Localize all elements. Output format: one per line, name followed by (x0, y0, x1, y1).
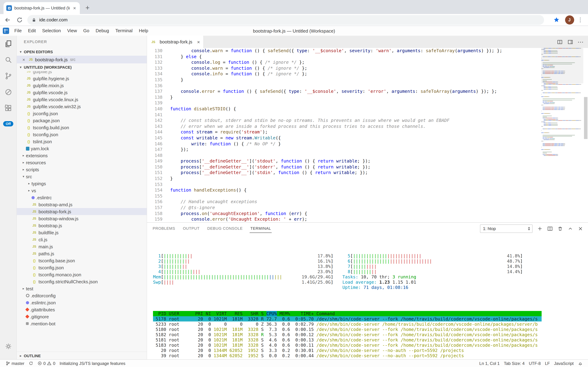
code-line[interactable]: }); (170, 147, 541, 152)
editor-tab[interactable]: JS bootstrap-fork.js × (147, 36, 204, 48)
problems-indicator[interactable]: 0 0 (35, 361, 58, 366)
code-line[interactable]: } (170, 95, 541, 100)
scrollbar-thumb[interactable] (584, 97, 587, 139)
notifications-bell[interactable] (576, 361, 585, 366)
tree-item[interactable]: ▸vs (17, 187, 147, 194)
tree-item[interactable]: JSpaths.js (17, 250, 147, 257)
address-bar[interactable]: ide.coder.com (27, 15, 544, 25)
tree-item[interactable]: {}tsconfig.base.json (17, 257, 147, 264)
tree-item[interactable]: .eslintrc (17, 194, 147, 201)
code-line[interactable] (170, 112, 541, 118)
explorer-icon[interactable] (0, 36, 17, 52)
close-icon[interactable]: × (22, 57, 28, 62)
maximize-panel-icon[interactable] (567, 226, 573, 231)
code-line[interactable]: function disableSTDIO() { (170, 106, 541, 112)
code-line[interactable]: process['__defineGetter__']('stderr', fu… (170, 164, 541, 170)
tree-item[interactable]: JSbootstrap-fork.js (17, 208, 147, 215)
code-line[interactable]: } (170, 77, 541, 83)
tree-item[interactable]: ▾src (17, 173, 147, 180)
menu-view[interactable]: View (64, 26, 80, 36)
tree-item[interactable]: JSbootstrap.js (17, 222, 147, 229)
tree-item[interactable]: {}tsconfig.monaco.json (17, 271, 147, 278)
open-editors-header[interactable]: ▾ OPEN EDITORS (17, 48, 147, 56)
process-row[interactable]: 39 root 20 0 1344M 62052 1952 S 0.0 0.2 … (153, 353, 542, 358)
new-tab-button[interactable]: + (83, 3, 92, 13)
process-row[interactable]: 5182 root 20 0 1021M 181M 3328 R 5.3 0.6… (153, 332, 542, 337)
tree-item[interactable]: ▸typings (17, 180, 147, 187)
split-editor-icon[interactable] (567, 39, 573, 45)
code-line[interactable]: } (170, 176, 541, 182)
tree-item[interactable]: JSgulpfile.vscode.js (17, 89, 147, 96)
tree-item[interactable]: .eslintrc.json (17, 299, 147, 306)
tree-item[interactable]: ▸scripts (17, 166, 147, 173)
outline-section-header[interactable]: ▸ OUTLINE (17, 352, 147, 359)
tree-item[interactable]: .mention-bot (17, 320, 147, 327)
code-line[interactable] (170, 193, 541, 199)
tree-item[interactable]: JSmain.js (17, 243, 147, 250)
avatar[interactable]: J (565, 15, 574, 24)
minimap-slider[interactable] (541, 48, 583, 83)
code-line[interactable] (170, 152, 541, 158)
menu-edit[interactable]: Edit (25, 26, 39, 36)
eol-indicator[interactable]: LF (543, 361, 552, 366)
tree-item[interactable]: JSgulpfile.vscode.linux.js (17, 96, 147, 103)
process-row[interactable]: 5183 root 20 0 1021M 181M 3328 S 4.0 0.6… (153, 342, 542, 348)
tree-item[interactable]: {}jsconfig.json (17, 110, 147, 117)
close-panel-icon[interactable] (578, 226, 583, 231)
code-line[interactable]: process.on('uncaughtException', function… (170, 211, 541, 217)
menu-help[interactable]: Help (136, 26, 151, 36)
code-line[interactable] (170, 83, 541, 89)
split-terminal-icon[interactable] (547, 226, 553, 231)
minimap[interactable] (541, 48, 583, 222)
tree-item[interactable]: JSbuildfile.js (17, 229, 147, 236)
code-line[interactable]: process['__defineGetter__']('stdout', fu… (170, 158, 541, 164)
code-line[interactable]: function handleExceptions() { (170, 188, 541, 193)
reload-icon[interactable] (15, 16, 24, 24)
code-line[interactable]: console.warn = function () { /* ignore *… (170, 66, 541, 71)
open-editor-item[interactable]: × JS bootstrap-fork.js src (17, 56, 147, 63)
menu-selection[interactable]: Selection (39, 26, 64, 36)
terminal-picker[interactable]: 1: htop (480, 224, 532, 233)
kill-terminal-icon[interactable] (557, 226, 563, 231)
process-row[interactable]: 5233 root 20 0 0 0 0 Z 36.3 0.0 0:02.79 … (153, 321, 542, 327)
code-line[interactable]: } else { (170, 54, 541, 59)
tree-item[interactable]: JSbootstrap-window.js (17, 215, 147, 222)
tree-item[interactable]: JSgulpfile.js (17, 71, 147, 75)
code-line[interactable]: // const stdout, stderr and stdin be no-… (170, 118, 541, 124)
menu-go[interactable]: Go (80, 26, 93, 36)
tree-item[interactable]: JSbootstrap-amd.js (17, 201, 147, 208)
terminal[interactable]: 1[|||||||||||17.8%] 2[||||||||||16.1%] 3… (147, 234, 588, 359)
code-editor[interactable]: 1301311321331341351361371381391401411421… (147, 48, 588, 222)
tree-item[interactable]: JScli.js (17, 236, 147, 243)
tree-item[interactable]: {}tsconfig.json (17, 264, 147, 271)
source-control-icon[interactable] (0, 68, 17, 84)
process-row[interactable]: 20 root 20 0 1344M 62052 1952 S 3.3 0.2 … (153, 348, 542, 353)
tree-item[interactable]: {}tslint.json (17, 138, 147, 145)
browser-tab[interactable]: bootstrap-fork.js — Untitled (W × (3, 2, 80, 14)
branch-indicator[interactable]: master (3, 361, 26, 366)
code-line[interactable]: console.log = function () { /* ignore */… (170, 59, 541, 65)
panel-tab-debug-console[interactable]: DEBUG CONSOLE (207, 224, 243, 233)
process-row[interactable]: 5178 root 20 0 1021M 181M 3328 R 72.7 0.… (153, 316, 542, 321)
process-row[interactable]: 5181 root 20 0 1021M 181M 3328 S 4.6 0.6… (153, 337, 542, 342)
debug-icon[interactable] (0, 84, 17, 100)
cursor-position[interactable]: Ln 1, Col 1 (477, 361, 502, 366)
code-line[interactable]: write: function () { /* No OP */ } (170, 141, 541, 147)
tree-item[interactable]: JSgulpfile.vscode.win32.js (17, 103, 147, 110)
search-icon[interactable] (0, 52, 17, 68)
back-icon[interactable] (3, 16, 12, 24)
tree-item[interactable]: {}tsconfig.json (17, 131, 147, 138)
tree-item[interactable]: .gitignore (17, 313, 147, 320)
settings-gear-icon[interactable] (0, 338, 17, 354)
toggle-layout-icon[interactable] (557, 39, 563, 45)
editor-scrollbar[interactable] (583, 48, 588, 222)
menu-file[interactable]: File (11, 26, 25, 36)
workspace-section-header[interactable]: ▾ UNTITLED (WORKSPACE) (17, 63, 147, 71)
code-line[interactable] (170, 182, 541, 187)
tree-item[interactable]: .editorconfig (17, 292, 147, 299)
language-indicator[interactable]: JavaScript (552, 361, 576, 366)
code-line[interactable]: console.warn = function () { safeSend({ … (170, 48, 541, 54)
tree-item[interactable]: {}package.json (17, 117, 147, 124)
encoding-indicator[interactable]: UTF-8 (527, 361, 543, 366)
tree-item[interactable]: JSgulpfile.mixin.js (17, 82, 147, 89)
